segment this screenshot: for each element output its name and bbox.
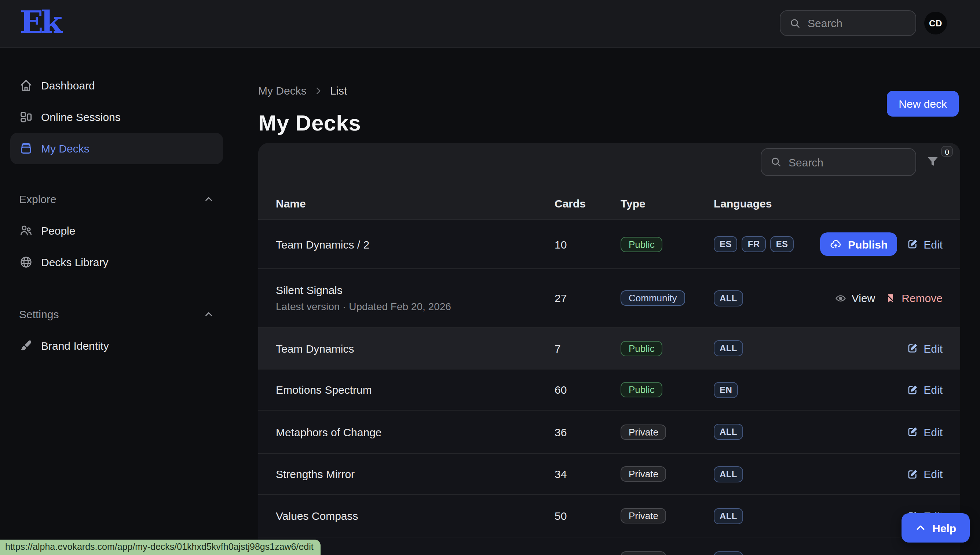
deck-type-cell: Community: [620, 290, 714, 306]
language-badge: ALL: [714, 466, 743, 482]
deck-cards-count: 27: [554, 292, 620, 304]
deck-cards-count: 7: [554, 342, 620, 354]
edit-icon: [907, 426, 918, 438]
deck-name-cell: Team Dynamics: [276, 342, 554, 354]
deck-type-cell: Public: [620, 340, 714, 356]
sidebar-item-my-decks[interactable]: My Decks: [10, 133, 223, 164]
deck-languages-cell: ALL: [714, 340, 907, 356]
row-actions: Edit: [907, 553, 943, 555]
table-row: Metaphors of Change36PrivateALLEdit: [258, 411, 960, 454]
deck-type-cell: Public: [620, 236, 714, 252]
language-badge: ALL: [714, 551, 743, 555]
deck-name: Strengths Mirror: [276, 468, 554, 480]
deck-type-cell: Private: [620, 508, 714, 523]
sidebar-item-people[interactable]: People: [10, 215, 223, 246]
breadcrumb-current: List: [330, 84, 347, 97]
deck-type-badge: Private: [620, 466, 667, 482]
column-header-cards: Cards: [554, 197, 620, 209]
sidebar-item-brand-identity[interactable]: Brand Identity: [10, 330, 223, 361]
deck-languages-cell: ALL: [714, 424, 907, 440]
avatar[interactable]: CD: [924, 12, 947, 34]
deck-name: Team Dynamics: [276, 342, 554, 354]
deck-type-badge: Private: [620, 424, 667, 440]
deck-languages-cell: ALL: [714, 290, 835, 306]
edit-link[interactable]: Edit: [907, 426, 943, 438]
table-row: Team Dynamics / 210PublicESFRESPublishEd…: [258, 220, 960, 269]
deck-name-cell: Emotions Spectrum: [276, 383, 554, 396]
deck-type-badge: Community: [620, 290, 685, 306]
cloud-upload-icon: [830, 238, 842, 250]
edit-link[interactable]: Edit: [907, 383, 943, 396]
deck-type-badge: Public: [620, 340, 663, 356]
deck-box-icon: [19, 141, 33, 156]
deck-cards-count: 14: [554, 553, 620, 555]
globe-icon: [19, 255, 33, 269]
column-header-languages: Languages: [714, 197, 943, 209]
top-bar: Ek Search CD: [0, 0, 980, 48]
sessions-layout-icon: [19, 110, 33, 124]
edit-icon: [907, 553, 918, 555]
sidebar-item-online-sessions[interactable]: Online Sessions: [10, 101, 223, 133]
filter-count-badge: 0: [941, 146, 953, 157]
deck-subtitle: Latest version · Updated Feb 20, 2026: [276, 301, 554, 312]
search-icon: [770, 156, 782, 168]
view-link[interactable]: View: [835, 292, 876, 304]
bookmark-slash-icon: [885, 292, 896, 304]
edit-icon: [907, 238, 918, 250]
breadcrumb-root[interactable]: My Decks: [258, 84, 307, 97]
sidebar-section-label: Explore: [19, 193, 56, 205]
row-actions: Edit: [907, 468, 943, 480]
deck-type-badge: Private: [620, 551, 667, 555]
deck-name-cell: Metaphors of Change: [276, 426, 554, 438]
home-icon: [19, 79, 33, 92]
deck-type-badge: Public: [620, 236, 663, 252]
language-badge: ES: [770, 236, 794, 252]
new-deck-button[interactable]: New deck: [887, 91, 959, 117]
table-body: Team Dynamics / 210PublicESFRESPublishEd…: [258, 220, 960, 555]
table-header-row: Name Cards Type Languages: [258, 187, 960, 220]
row-actions: Edit: [907, 383, 943, 396]
app-logo[interactable]: Ek: [20, 5, 60, 41]
sidebar-section-explore[interactable]: Explore: [10, 183, 223, 215]
deck-name: Metaphors of Change: [276, 426, 554, 438]
sidebar-item-label: My Decks: [41, 142, 90, 155]
sidebar: Dashboard Online Sessions My Decks Explo…: [0, 47, 258, 555]
edit-link[interactable]: Edit: [907, 238, 943, 250]
help-button[interactable]: Help: [901, 513, 969, 542]
sidebar-item-dashboard[interactable]: Dashboard: [10, 70, 223, 101]
deck-languages-cell: ALL: [714, 551, 907, 555]
deck-type-cell: Public: [620, 382, 714, 397]
publish-button[interactable]: Publish: [820, 233, 897, 256]
row-actions: Edit: [907, 342, 943, 354]
edit-link[interactable]: Edit: [907, 468, 943, 480]
language-badge: ALL: [714, 290, 743, 306]
column-header-name: Name: [276, 197, 554, 209]
sidebar-section-settings[interactable]: Settings: [10, 298, 223, 330]
chevron-up-icon: [915, 522, 927, 534]
deck-languages-cell: EN: [714, 382, 907, 398]
edit-link[interactable]: Edit: [907, 553, 943, 555]
global-search-placeholder: Search: [808, 17, 842, 29]
row-actions: PublishEdit: [820, 233, 943, 256]
table-row: 14PrivateALLEdit: [258, 537, 960, 555]
language-badge: EN: [714, 382, 738, 398]
edit-link[interactable]: Edit: [907, 342, 943, 354]
sidebar-item-decks-library[interactable]: Decks Library: [10, 246, 223, 278]
search-icon: [789, 17, 801, 29]
deck-cards-count: 60: [554, 383, 620, 396]
filter-funnel-icon[interactable]: [926, 155, 940, 168]
row-actions: ViewRemove: [835, 292, 943, 304]
language-badge: ALL: [714, 340, 743, 356]
sidebar-item-label: Dashboard: [41, 79, 95, 91]
global-search-input[interactable]: Search: [780, 10, 916, 36]
deck-languages-cell: ALL: [714, 466, 907, 482]
remove-link[interactable]: Remove: [885, 292, 943, 304]
table-search-input[interactable]: Search: [761, 148, 916, 176]
deck-type-cell: Private: [620, 466, 714, 482]
table-row: Team Dynamics7PublicALLEdit: [258, 328, 960, 369]
deck-name-cell: Values Compass: [276, 510, 554, 522]
table-row: Emotions Spectrum60PublicENEdit: [258, 369, 960, 411]
users-icon: [19, 224, 33, 237]
app-root: Ek Search CD Dashboard Online Sessions: [0, 0, 980, 555]
sidebar-item-label: People: [41, 225, 75, 237]
